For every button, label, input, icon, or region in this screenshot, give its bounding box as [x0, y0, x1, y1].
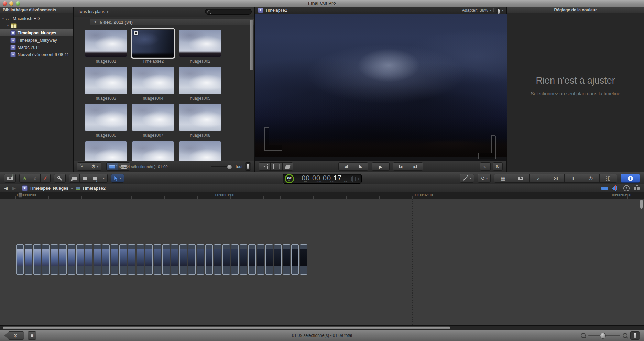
browser-clip-nuages005[interactable]: [179, 67, 221, 94]
effects-browser-button[interactable]: ▦: [494, 174, 512, 182]
import-media-button[interactable]: [4, 174, 16, 183]
timeline-clip[interactable]: [179, 244, 187, 275]
browser-clip-nuages008[interactable]: [179, 104, 221, 131]
timeline-clip[interactable]: [68, 244, 75, 275]
timeline-clip[interactable]: [145, 244, 153, 275]
timeline-clip[interactable]: [51, 244, 58, 275]
play-button[interactable]: ▶: [372, 162, 390, 171]
distort-tool-button[interactable]: [283, 163, 293, 170]
timeline-clip[interactable]: [42, 244, 50, 275]
browser-clip-nuages002[interactable]: [179, 30, 221, 57]
browser-clip-nuages004[interactable]: [132, 67, 174, 94]
timeline-clip[interactable]: [59, 244, 67, 275]
generators-browser-button[interactable]: ②: [582, 174, 600, 182]
disclosure-icon[interactable]: ▼: [1, 17, 5, 20]
crop-tool-button[interactable]: [271, 163, 283, 170]
zoom-out-icon[interactable]: –: [581, 333, 586, 338]
browser-clip-nuages001[interactable]: [85, 30, 127, 57]
snapping-toggle-icon[interactable]: [634, 187, 640, 190]
timeline-scrollbar-track[interactable]: [0, 325, 644, 330]
go-to-start-button[interactable]: ◀: [393, 163, 408, 170]
edit-options-dropdown[interactable]: ▾: [100, 174, 107, 182]
date-group-header[interactable]: ▼ 6 déc. 2011 (34): [90, 19, 254, 25]
sidebar-item-nouvel-v-nement-6-08-11[interactable]: ★Nouvel événement 6-08-11: [0, 51, 73, 58]
timeline-clip[interactable]: [248, 244, 256, 275]
toggle-event-library-button[interactable]: [77, 163, 88, 170]
browser-clip[interactable]: [132, 141, 174, 161]
insert-clip-button[interactable]: [80, 174, 90, 182]
transform-tool-button[interactable]: [259, 163, 271, 170]
thumbnail-duration-slider[interactable]: [211, 166, 232, 167]
timeline-clip[interactable]: [76, 244, 84, 275]
timeline-scrollbar-thumb[interactable]: [3, 326, 450, 329]
timeline-ruler[interactable]: 00:00:00:0000:00:01:0000:00:02:0000:00:0…: [0, 192, 644, 199]
sidebar-item-timelapse-milkyway[interactable]: ★Timelapse_Milkyway: [0, 36, 73, 44]
timeline-canvas[interactable]: [0, 199, 644, 325]
timeline-clip[interactable]: [137, 244, 144, 275]
timeline-clip[interactable]: [171, 244, 178, 275]
timeline-clip[interactable]: [291, 244, 299, 275]
viewer-zoom-value[interactable]: 38%: [480, 8, 488, 13]
select-tool-button[interactable]: ▾: [111, 174, 124, 183]
zoom-in-icon[interactable]: +: [623, 333, 627, 338]
search-input[interactable]: [205, 9, 252, 15]
timeline-clip[interactable]: [85, 244, 92, 275]
timeline-back-button[interactable]: ◀: [4, 185, 8, 191]
sidebar-item-macintosh-hd[interactable]: ▼⌂Macintosh HD: [0, 15, 73, 22]
favorite-button[interactable]: ★: [20, 174, 30, 182]
sidebar-item-timelapse-nuages[interactable]: ★Timelapse_Nuages: [0, 29, 73, 36]
timeline-clip[interactable]: [274, 244, 282, 275]
browser-action-menu-button[interactable]: ⚙ ▾: [88, 163, 101, 170]
timeline-clip[interactable]: [102, 244, 110, 275]
timeline-clip[interactable]: [111, 244, 118, 275]
timeline-clip[interactable]: [222, 244, 230, 275]
filmstrip-view-button[interactable]: [107, 163, 118, 170]
titles-browser-button[interactable]: T: [565, 174, 582, 182]
browser-clip-timelapse2[interactable]: [132, 30, 174, 57]
viewer-display-switch-icon[interactable]: [496, 8, 500, 13]
slider-knob[interactable]: [227, 164, 232, 170]
timeline-clip[interactable]: [257, 244, 264, 275]
disclosure-icon[interactable]: ▼: [94, 20, 97, 24]
timeline-clip[interactable]: [162, 244, 170, 275]
reject-button[interactable]: ✗: [41, 174, 50, 182]
transitions-browser-button[interactable]: ⋈: [547, 174, 565, 182]
viewer-canvas[interactable]: [255, 14, 506, 161]
timeline-clip[interactable]: [25, 244, 32, 275]
audio-meter-icon[interactable]: [350, 176, 359, 182]
dashboard-timecode[interactable]: 100 % 00:00:00:17 HRMINSECFR: [283, 174, 362, 184]
timeline-zoom-slider[interactable]: [588, 335, 620, 336]
clip-appearance-button[interactable]: [630, 331, 640, 340]
retime-menu-button[interactable]: ↺ ▾: [478, 174, 491, 183]
browser-clip-nuages003[interactable]: [85, 67, 127, 94]
viewer-options-dropdown-icon[interactable]: ▾: [502, 9, 503, 12]
timeline-clip[interactable]: [214, 244, 221, 275]
photos-browser-button[interactable]: [512, 174, 530, 182]
timeline-vertical-scrollbar[interactable]: [640, 200, 643, 209]
timeline-clip[interactable]: [16, 244, 24, 275]
keyword-editor-button[interactable]: [54, 174, 66, 183]
timeline-clip[interactable]: [128, 244, 135, 275]
timeline-clip[interactable]: [94, 244, 101, 275]
fullscreen-button[interactable]: ↔: [480, 162, 491, 171]
loop-playback-button[interactable]: ↻: [493, 162, 503, 171]
zoom-dropdown-icon[interactable]: ▾: [490, 9, 491, 12]
next-frame-button[interactable]: ▶: [353, 163, 368, 170]
inspector-button[interactable]: i: [621, 174, 640, 183]
timeline-clip[interactable]: [119, 244, 127, 275]
unrate-button[interactable]: ☆: [30, 174, 40, 182]
enhancements-menu-button[interactable]: ▾: [460, 174, 474, 183]
timeline-clip[interactable]: [283, 244, 290, 275]
timeline-forward-button[interactable]: ▶: [12, 185, 16, 191]
solo-toggle-icon[interactable]: S: [623, 185, 630, 191]
timeline-clip[interactable]: [300, 244, 307, 275]
browser-clip-nuages007[interactable]: [132, 104, 174, 131]
background-tasks-gauge[interactable]: 100 %: [285, 174, 294, 183]
clip-filter-popup[interactable]: Tous les plans ▴▾: [76, 9, 110, 15]
list-view-button[interactable]: [118, 163, 130, 170]
zoom-slider-knob[interactable]: [600, 333, 606, 339]
connect-clip-button[interactable]: [69, 174, 80, 182]
previous-frame-button[interactable]: ◀: [339, 163, 353, 170]
timeline-clip[interactable]: [240, 244, 247, 275]
go-to-end-button[interactable]: ▶: [408, 163, 423, 170]
